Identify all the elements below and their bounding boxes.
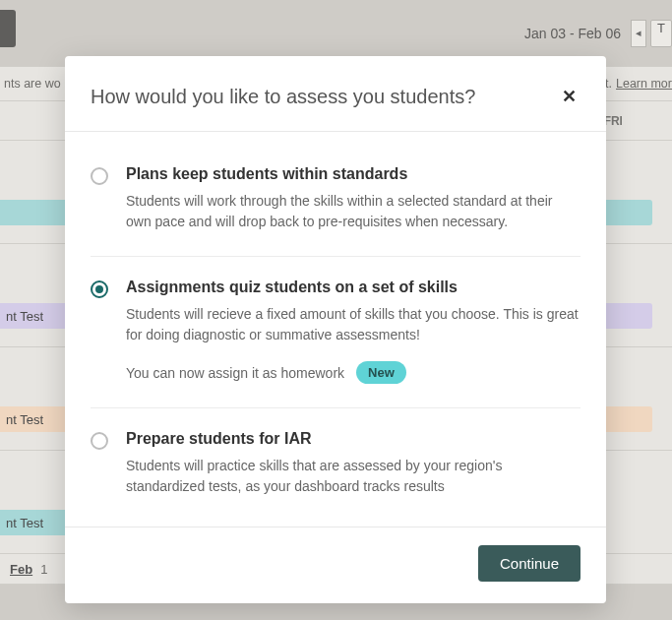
assessment-modal: How would you like to assess you student… [65, 56, 606, 603]
option-subtext-row: You can now assign it as homework New [126, 361, 580, 384]
modal-header: How would you like to assess you student… [65, 56, 606, 132]
modal-body: Plans keep students within standards Stu… [65, 132, 606, 527]
option-title: Plans keep students within standards [126, 165, 580, 183]
option-content: Prepare students for IAR Students will p… [126, 430, 580, 497]
radio-iar[interactable] [91, 432, 108, 450]
option-content: Assignments quiz students on a set of sk… [126, 279, 580, 384]
option-assignments[interactable]: Assignments quiz students on a set of sk… [91, 257, 580, 408]
option-plans[interactable]: Plans keep students within standards Stu… [91, 144, 580, 257]
option-title: Assignments quiz students on a set of sk… [126, 279, 580, 296]
option-desc: Students will recieve a fixed amount of … [126, 304, 580, 345]
continue-button[interactable]: Continue [478, 545, 580, 582]
new-badge: New [356, 361, 406, 384]
option-desc: Students will practice skills that are a… [126, 456, 580, 497]
option-iar[interactable]: Prepare students for IAR Students will p… [91, 408, 580, 521]
option-subtext: You can now assign it as homework [126, 365, 344, 381]
modal-title: How would you like to assess you student… [91, 86, 475, 108]
modal-footer: Continue [65, 527, 606, 603]
option-title: Prepare students for IAR [126, 430, 580, 448]
close-icon[interactable]: ✕ [558, 82, 580, 111]
modal-overlay: How would you like to assess you student… [0, 0, 672, 620]
option-desc: Students will work through the skills wi… [126, 191, 580, 232]
radio-assignments[interactable] [91, 280, 108, 298]
option-content: Plans keep students within standards Stu… [126, 165, 580, 232]
radio-plans[interactable] [91, 167, 108, 185]
